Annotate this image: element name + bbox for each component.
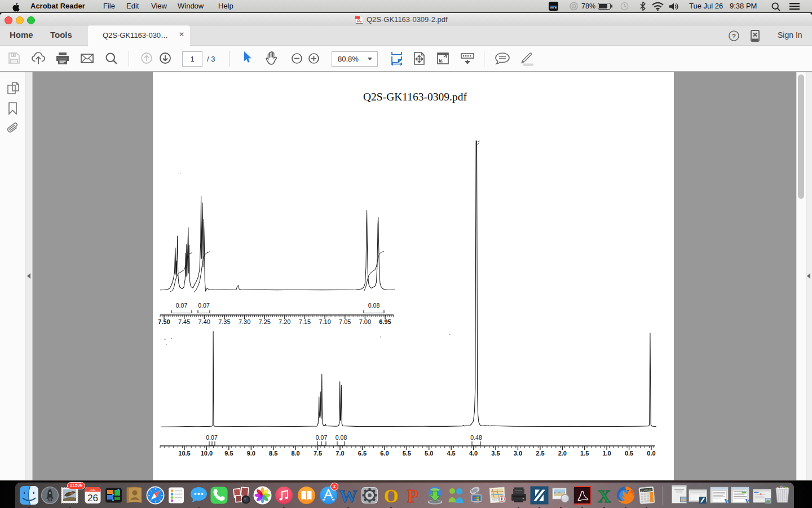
- svg-text:JUL: JUL: [90, 488, 96, 492]
- svg-text:1.5: 1.5: [580, 450, 589, 457]
- svg-text:3.0: 3.0: [514, 450, 522, 457]
- svg-text:6.0: 6.0: [380, 450, 389, 457]
- svg-text:2.0: 2.0: [558, 450, 567, 457]
- svg-text:?: ?: [732, 33, 736, 40]
- svg-text:7.25: 7.25: [258, 318, 270, 325]
- svg-text:0.07: 0.07: [176, 302, 188, 309]
- svg-text:0.48: 0.48: [470, 434, 482, 441]
- svg-text:7.40: 7.40: [198, 318, 210, 325]
- svg-text:4.5: 4.5: [447, 450, 455, 457]
- svg-text:6.5: 6.5: [358, 450, 367, 457]
- svg-text:8.5: 8.5: [269, 450, 277, 457]
- svg-text:W: W: [724, 497, 729, 504]
- svg-text:7.15: 7.15: [299, 318, 311, 325]
- svg-text:0.0: 0.0: [647, 450, 655, 457]
- svg-text:7.00: 7.00: [359, 318, 371, 325]
- svg-text:7.5: 7.5: [314, 450, 322, 457]
- svg-text:7.35: 7.35: [218, 318, 230, 325]
- svg-text:7.10: 7.10: [319, 318, 330, 325]
- svg-text:0.07: 0.07: [316, 434, 328, 441]
- svg-text:3.5: 3.5: [491, 450, 500, 457]
- svg-text:7.30: 7.30: [239, 318, 250, 325]
- svg-text:2.5: 2.5: [536, 450, 544, 457]
- svg-text:7.05: 7.05: [339, 318, 351, 325]
- svg-text:10.5: 10.5: [178, 450, 190, 457]
- svg-text:0.08: 0.08: [336, 434, 347, 441]
- svg-text:5.5: 5.5: [403, 450, 411, 457]
- svg-text:W: W: [339, 486, 357, 505]
- svg-text:0.5: 0.5: [625, 450, 633, 457]
- svg-text:7.45: 7.45: [178, 318, 190, 325]
- svg-text:X: X: [598, 486, 611, 505]
- svg-text:O: O: [383, 486, 398, 505]
- svg-text:0.07: 0.07: [206, 434, 218, 441]
- svg-text:4.0: 4.0: [469, 450, 478, 457]
- svg-text:W: W: [745, 497, 750, 504]
- svg-text:5.0: 5.0: [425, 450, 433, 457]
- svg-text:6.95: 6.95: [379, 318, 391, 325]
- svg-text:26: 26: [87, 493, 98, 503]
- svg-text:P: P: [407, 486, 418, 505]
- svg-text:8.0: 8.0: [291, 450, 299, 457]
- svg-text:10.0: 10.0: [201, 450, 213, 457]
- svg-text:9.0: 9.0: [247, 450, 255, 457]
- svg-text:Q2S-GK1163-0309.pdf: Q2S-GK1163-0309.pdf: [363, 91, 467, 103]
- svg-text:7.20: 7.20: [279, 318, 290, 325]
- svg-text:0.07: 0.07: [198, 302, 210, 309]
- svg-text:0.08: 0.08: [368, 302, 380, 309]
- svg-text:7.50: 7.50: [158, 318, 170, 325]
- svg-text:7.0: 7.0: [336, 450, 344, 457]
- svg-text:9.5: 9.5: [224, 450, 233, 457]
- svg-text:1.0: 1.0: [602, 450, 611, 457]
